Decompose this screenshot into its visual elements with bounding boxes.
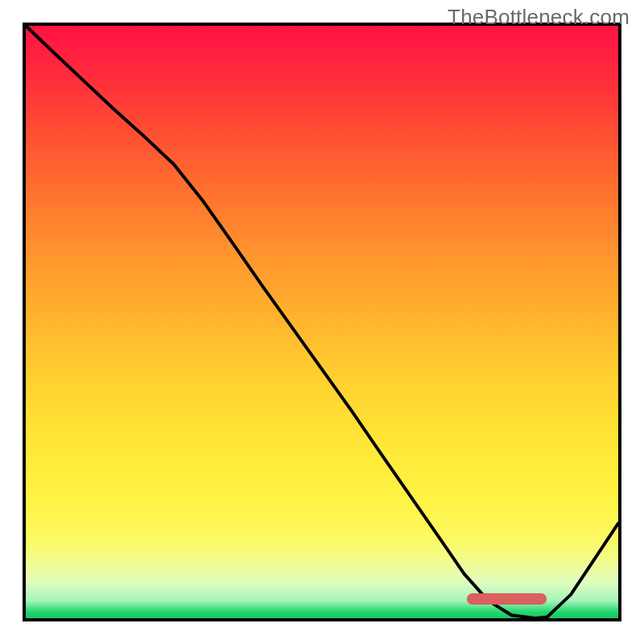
- chart-line-svg: [26, 26, 618, 618]
- chart-curve: [26, 26, 618, 618]
- plot-area: [23, 23, 621, 621]
- highlight-marker: [467, 593, 547, 605]
- watermark-text: TheBottleneck.com: [448, 5, 630, 30]
